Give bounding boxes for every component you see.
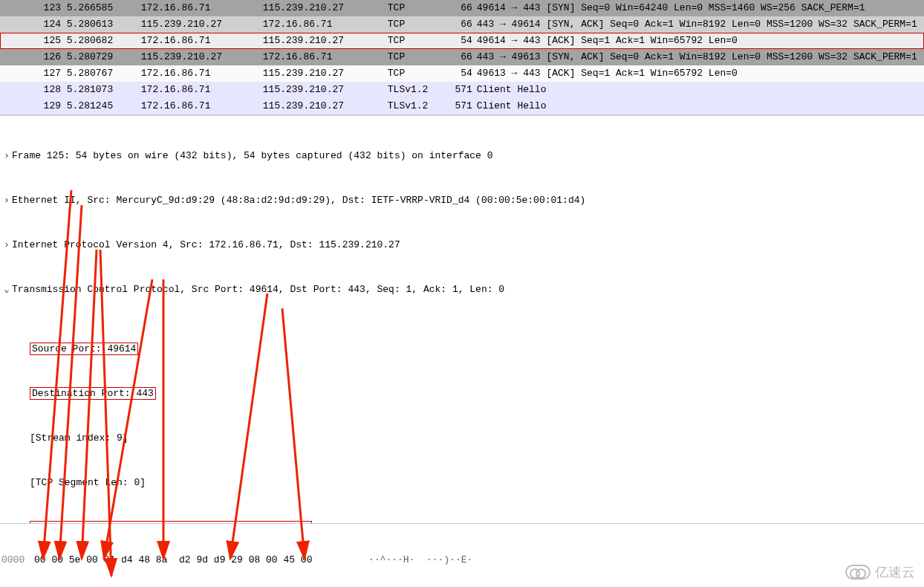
- col-time: 5.266585: [67, 1, 141, 15]
- col-proto: TCP: [388, 1, 444, 15]
- expand-icon[interactable]: ›: [1, 238, 12, 253]
- tcp-dst-port[interactable]: Destination Port: 443: [1, 386, 923, 401]
- tcp-stream[interactable]: [Stream index: 9]: [1, 431, 923, 446]
- packet-row-selected[interactable]: 125 5.280682172.16.86.71115.239.210.27TC…: [0, 33, 924, 49]
- col-src: 172.16.86.71: [141, 1, 263, 15]
- watermark-text: 亿速云: [875, 563, 915, 581]
- col-dst: 115.239.210.27: [263, 1, 388, 15]
- collapse-icon[interactable]: ⌄: [1, 282, 12, 297]
- col-info: 49614 → 443 [SYN] Seq=0 Win=64240 Len=0 …: [472, 1, 924, 15]
- tcp-src-port[interactable]: Source Port: 49614: [1, 342, 923, 357]
- col-no: 123: [33, 1, 61, 15]
- tree-ethernet[interactable]: ›Ethernet II, Src: MercuryC_9d:d9:29 (48…: [1, 193, 923, 208]
- expand-icon[interactable]: ›: [1, 149, 12, 163]
- tree-tcp[interactable]: ⌄Transmission Control Protocol, Src Port…: [1, 282, 923, 297]
- packet-details[interactable]: ›Frame 125: 54 bytes on wire (432 bits),…: [0, 115, 924, 522]
- watermark: 亿速云: [845, 563, 915, 581]
- packet-row[interactable]: 126 5.280729115.239.210.27172.16.86.71TC…: [0, 49, 924, 65]
- packet-row[interactable]: 123 5.266585172.16.86.71115.239.210.27TC…: [0, 0, 924, 16]
- packet-row[interactable]: 127 5.280767172.16.86.71115.239.210.27TC…: [0, 65, 924, 82]
- tcp-seglen[interactable]: [TCP Segment Len: 0]: [1, 476, 923, 490]
- tree-frame[interactable]: ›Frame 125: 54 bytes on wire (432 bits),…: [1, 149, 923, 163]
- hex-pane[interactable]: 000000 00 5e 00 01 d4 48 8a d2 9d d9 29 …: [0, 523, 924, 587]
- packet-row[interactable]: 128 5.281073172.16.86.71115.239.210.27TL…: [0, 82, 924, 98]
- hex-row[interactable]: 000000 00 5e 00 01 d4 48 8a d2 9d d9 29 …: [1, 554, 923, 567]
- expand-icon[interactable]: ›: [1, 193, 12, 208]
- packet-row[interactable]: 124 5.280613115.239.210.27172.16.86.71TC…: [0, 16, 924, 33]
- watermark-icon: [845, 565, 871, 580]
- packet-row[interactable]: 129 5.281245172.16.86.71115.239.210.27TL…: [0, 98, 924, 114]
- col-len: 66: [444, 1, 472, 15]
- packet-list[interactable]: 123 5.266585172.16.86.71115.239.210.27TC…: [0, 0, 924, 115]
- tree-ip[interactable]: ›Internet Protocol Version 4, Src: 172.1…: [1, 238, 923, 253]
